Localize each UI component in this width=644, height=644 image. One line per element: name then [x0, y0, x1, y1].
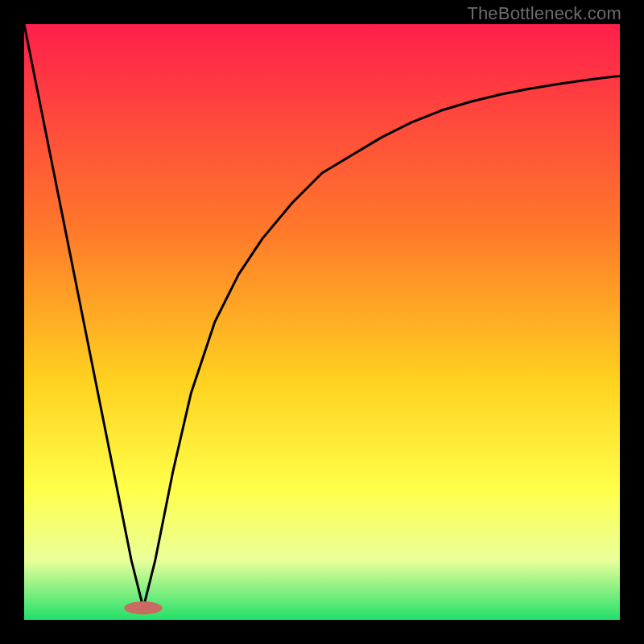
minimum-marker — [124, 601, 162, 614]
chart-svg — [24, 24, 620, 620]
chart-frame — [24, 24, 620, 620]
watermark-text: TheBottleneck.com — [467, 3, 621, 24]
gradient-background — [24, 24, 620, 620]
